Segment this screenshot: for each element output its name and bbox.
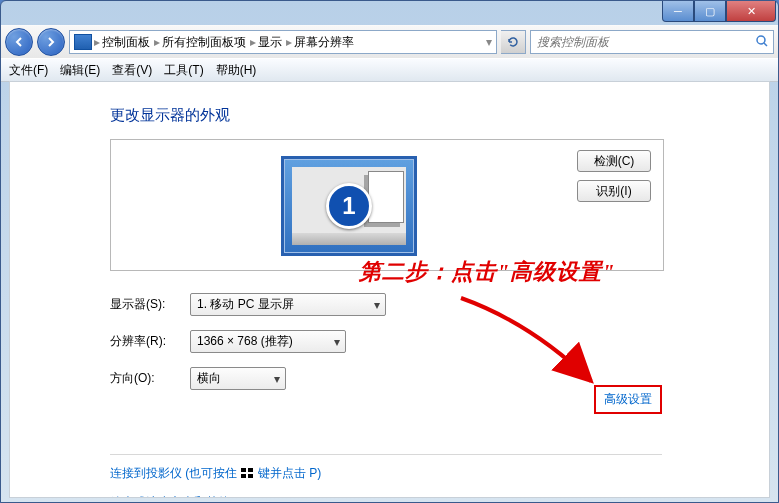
menu-edit[interactable]: 编辑(E): [60, 62, 100, 79]
display-value: 1. 移动 PC 显示屏: [197, 296, 294, 313]
search-input[interactable]: [535, 34, 755, 50]
breadcrumb-item[interactable]: 所有控制面板项: [162, 34, 246, 51]
menu-tools[interactable]: 工具(T): [164, 62, 203, 79]
content-area: 更改显示器的外观 1 检测(C) 识别(I) 显示器(S): 1. 移动 PC …: [9, 81, 770, 498]
identify-button[interactable]: 识别(I): [577, 180, 651, 202]
resolution-select[interactable]: 1366 × 768 (推荐): [190, 330, 346, 353]
monitor-preview[interactable]: 1: [281, 156, 417, 256]
resolution-label: 分辨率(R):: [110, 333, 190, 350]
arrow-left-icon: [13, 36, 25, 48]
refresh-button[interactable]: [501, 30, 526, 54]
chevron-right-icon: ▸: [286, 35, 292, 49]
page-title: 更改显示器的外观: [110, 106, 769, 125]
projector-link[interactable]: 连接到投影仪 (也可按住 键并点击 P): [110, 465, 769, 482]
svg-point-0: [757, 36, 765, 44]
search-icon[interactable]: [755, 34, 769, 51]
zoom-text-link[interactable]: 放大或缩小文本和其他项目: [110, 494, 769, 498]
window-titlebar: ─ ▢ ✕: [1, 1, 778, 25]
divider: [110, 454, 662, 455]
orientation-value: 横向: [197, 370, 221, 387]
arrow-right-icon: [45, 36, 57, 48]
menu-bar: 文件(F) 编辑(E) 查看(V) 工具(T) 帮助(H): [1, 58, 778, 82]
display-preview-panel: 1 检测(C) 识别(I): [110, 139, 664, 271]
chevron-right-icon: ▸: [250, 35, 256, 49]
orientation-select[interactable]: 横向: [190, 367, 286, 390]
chevron-right-icon: ▸: [154, 35, 160, 49]
chevron-right-icon: ▸: [94, 35, 100, 49]
refresh-icon: [507, 36, 519, 48]
detect-button[interactable]: 检测(C): [577, 150, 651, 172]
chevron-down-icon[interactable]: ▾: [486, 35, 492, 49]
breadcrumb-item[interactable]: 显示: [258, 34, 282, 51]
orientation-label: 方向(O):: [110, 370, 190, 387]
minimize-button[interactable]: ─: [662, 1, 694, 22]
monitor-number-badge: 1: [326, 183, 372, 229]
display-select[interactable]: 1. 移动 PC 显示屏: [190, 293, 386, 316]
breadcrumb-item[interactable]: 屏幕分辨率: [294, 34, 354, 51]
taskbar-thumbnail-icon: [292, 233, 406, 245]
windows-logo-icon: [241, 468, 255, 480]
resolution-value: 1366 × 768 (推荐): [197, 333, 293, 350]
menu-view[interactable]: 查看(V): [112, 62, 152, 79]
menu-file[interactable]: 文件(F): [9, 62, 48, 79]
search-box[interactable]: [530, 30, 774, 54]
address-bar[interactable]: ▸ 控制面板▸ 所有控制面板项▸ 显示▸ 屏幕分辨率 ▾: [69, 30, 497, 54]
menu-help[interactable]: 帮助(H): [216, 62, 257, 79]
advanced-settings-link[interactable]: 高级设置: [594, 385, 662, 414]
maximize-button[interactable]: ▢: [694, 1, 726, 22]
nav-forward-button[interactable]: [37, 28, 65, 56]
breadcrumb-item[interactable]: 控制面板: [102, 34, 150, 51]
window-thumbnail-icon: [368, 171, 404, 223]
display-label: 显示器(S):: [110, 296, 190, 313]
control-panel-icon: [74, 34, 92, 50]
nav-back-button[interactable]: [5, 28, 33, 56]
close-button[interactable]: ✕: [726, 1, 776, 22]
